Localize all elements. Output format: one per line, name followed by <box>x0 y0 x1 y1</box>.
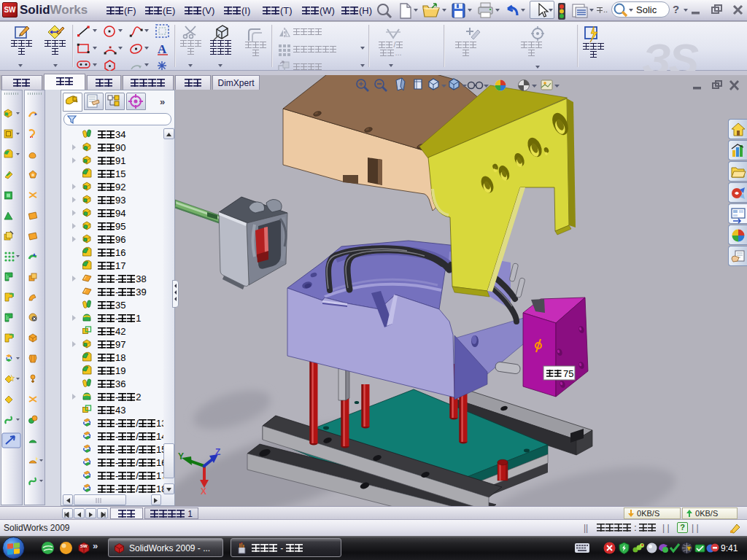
svg-text:A: A <box>158 42 167 56</box>
svg-text:X: X <box>201 486 206 497</box>
svg-text:Y: Y <box>178 451 184 462</box>
svg-text:75: 75 <box>563 368 573 379</box>
svg-text:SW: SW <box>80 544 88 548</box>
svg-text:Z: Z <box>215 447 220 457</box>
